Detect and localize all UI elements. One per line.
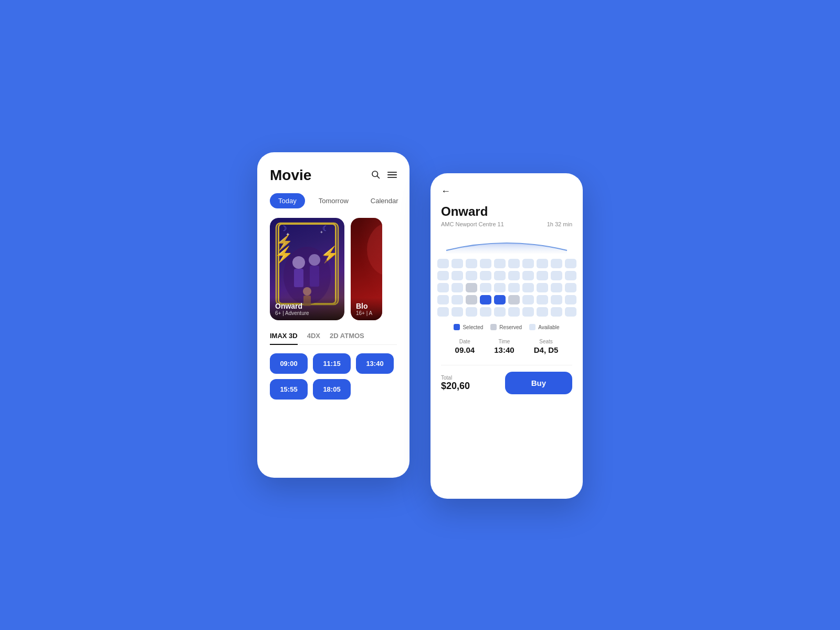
- seat[interactable]: [437, 295, 449, 304]
- seat[interactable]: [522, 307, 534, 317]
- seat[interactable]: [565, 283, 576, 292]
- seat[interactable]: [480, 283, 491, 292]
- seats-value: D4, D5: [534, 345, 559, 354]
- search-icon[interactable]: [371, 170, 380, 182]
- seat[interactable]: [508, 283, 520, 292]
- seat-row-a: [437, 259, 576, 268]
- cinema-name: AMC Newport Centre 11: [441, 221, 504, 227]
- seat[interactable]: [551, 271, 562, 280]
- seat[interactable]: [466, 271, 477, 280]
- seat[interactable]: [437, 271, 449, 280]
- menu-icon[interactable]: [387, 170, 397, 181]
- seat[interactable]: [452, 259, 463, 268]
- seat[interactable]: [452, 307, 463, 317]
- seat-d5[interactable]: [494, 295, 506, 304]
- seat[interactable]: [522, 295, 534, 304]
- seat-grid: [441, 259, 572, 317]
- svg-point-17: [303, 287, 311, 296]
- seat[interactable]: [537, 295, 548, 304]
- seat[interactable]: [537, 271, 548, 280]
- back-button[interactable]: ←: [441, 186, 450, 197]
- second-title: Blo: [356, 302, 382, 310]
- seat[interactable]: [522, 259, 534, 268]
- movie-card-second[interactable]: Blo 16+ | A: [351, 218, 382, 320]
- time-value: 13:40: [494, 345, 514, 354]
- phone-left: Movie Today Tomorr: [257, 152, 410, 478]
- second-card-overlay: Blo 16+ | A: [351, 298, 382, 320]
- tab-today[interactable]: Today: [270, 193, 305, 208]
- seat[interactable]: [508, 307, 520, 317]
- seat[interactable]: [494, 307, 506, 317]
- seat[interactable]: [565, 307, 576, 317]
- seat[interactable]: [508, 271, 520, 280]
- seat[interactable]: [480, 259, 491, 268]
- seat-row-b: [437, 271, 576, 280]
- seat[interactable]: [537, 307, 548, 317]
- seat[interactable]: [565, 271, 576, 280]
- seat-d4[interactable]: [480, 295, 491, 304]
- seats-label: Seats: [539, 339, 553, 344]
- seat[interactable]: [551, 283, 562, 292]
- legend-dot-available: [529, 324, 536, 330]
- movies-row: ⚡ ⚡ ✦ ✦ ☽ ☾: [270, 218, 397, 320]
- buy-button[interactable]: Buy: [505, 372, 572, 394]
- svg-rect-16: [310, 266, 319, 287]
- seat[interactable]: [466, 259, 477, 268]
- seat[interactable]: [452, 283, 463, 292]
- svg-text:☽: ☽: [280, 224, 287, 233]
- time-btn-1555[interactable]: 15:55: [270, 379, 308, 400]
- legend-reserved: Reserved: [490, 324, 522, 330]
- seat[interactable]: [452, 295, 463, 304]
- legend-available: Available: [529, 324, 559, 330]
- time-buttons-grid: 09:00 11:15 13:40 15:55 18:05: [270, 353, 397, 400]
- total-amount: $20,60: [441, 381, 470, 392]
- seat[interactable]: [437, 307, 449, 317]
- legend-selected-label: Selected: [463, 324, 483, 330]
- legend-dot-reserved: [490, 324, 497, 330]
- seat[interactable]: [522, 283, 534, 292]
- seat[interactable]: [494, 283, 506, 292]
- seat[interactable]: [551, 295, 562, 304]
- seat[interactable]: [437, 259, 449, 268]
- seat[interactable]: [508, 259, 520, 268]
- seat-row-c: [437, 283, 576, 292]
- tab-imax3d[interactable]: IMAX 3D: [270, 332, 298, 345]
- time-btn-1805[interactable]: 18:05: [313, 379, 351, 400]
- movie-detail-title: Onward: [441, 204, 572, 219]
- seat[interactable]: [466, 307, 477, 317]
- time-btn-1340[interactable]: 13:40: [356, 353, 394, 374]
- seat[interactable]: [565, 259, 576, 268]
- tab-tomorrow[interactable]: Tomorrow: [310, 193, 357, 208]
- seat[interactable]: [452, 271, 463, 280]
- date-value: 09.04: [455, 345, 475, 354]
- tab-calendar[interactable]: Calendar: [362, 193, 407, 208]
- time-btn-0900[interactable]: 09:00: [270, 353, 308, 374]
- seat[interactable]: [565, 295, 576, 304]
- seat[interactable]: [494, 259, 506, 268]
- time-btn-1115[interactable]: 11:15: [313, 353, 351, 374]
- seat[interactable]: [551, 259, 562, 268]
- onward-card-overlay: Onward 6+ | Adventure: [270, 298, 344, 320]
- svg-rect-15: [294, 269, 303, 287]
- seat[interactable]: [537, 283, 548, 292]
- seat[interactable]: [480, 307, 491, 317]
- booking-date: Date 09.04: [455, 339, 475, 354]
- seat[interactable]: [522, 271, 534, 280]
- seat[interactable]: [480, 271, 491, 280]
- movie-card-onward[interactable]: ⚡ ⚡ ✦ ✦ ☽ ☾: [270, 218, 344, 320]
- second-meta: 16+ | A: [356, 310, 382, 316]
- seat: [466, 295, 477, 304]
- seat-row-e: [437, 307, 576, 317]
- legend-available-label: Available: [538, 324, 559, 330]
- onward-meta: 6+ | Adventure: [275, 310, 339, 316]
- date-tabs: Today Tomorrow Calendar: [270, 193, 397, 208]
- seat[interactable]: [551, 307, 562, 317]
- seat[interactable]: [437, 283, 449, 292]
- seat[interactable]: [494, 271, 506, 280]
- tab-2datmos[interactable]: 2D ATMOS: [330, 332, 364, 344]
- screen-curve: [441, 235, 572, 254]
- total-label: Total: [441, 375, 470, 381]
- seat[interactable]: [537, 259, 548, 268]
- seat-row-d: [437, 295, 576, 304]
- tab-4dx[interactable]: 4DX: [307, 332, 320, 344]
